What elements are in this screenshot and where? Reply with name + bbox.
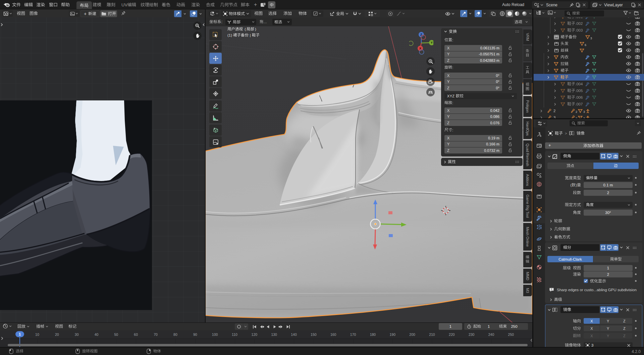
svg-text:Y: Y (431, 41, 433, 44)
